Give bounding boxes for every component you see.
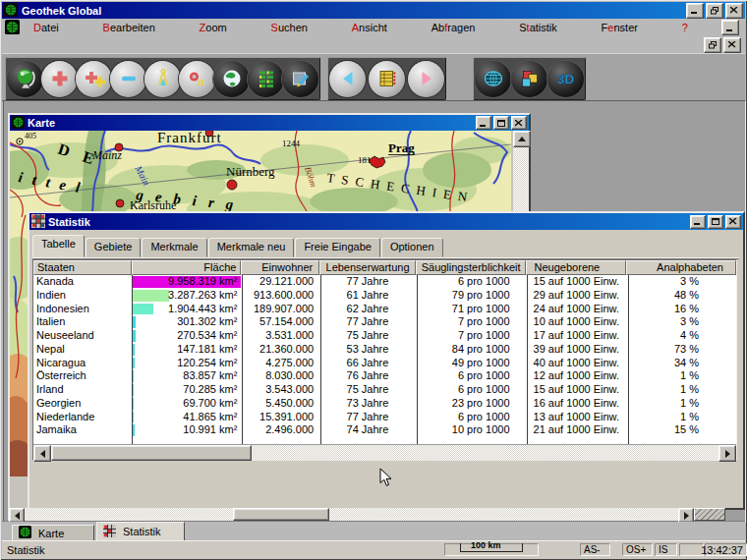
svg-text:3D: 3D bbox=[557, 72, 575, 86]
karte-close-button[interactable] bbox=[511, 116, 527, 130]
taskbar-tab-statistik[interactable]: Statistik bbox=[96, 522, 185, 541]
menu-item[interactable]: ? bbox=[678, 21, 692, 34]
karte-minimize-button[interactable] bbox=[476, 116, 491, 130]
view-3d-icon[interactable]: 3D bbox=[547, 61, 584, 97]
zoom-center-icon[interactable] bbox=[41, 61, 78, 97]
scroll-up-icon[interactable] bbox=[513, 131, 531, 147]
projection-globe-icon[interactable] bbox=[475, 61, 511, 97]
scale-bar-glyph: 100 km bbox=[460, 543, 523, 552]
menu-item[interactable]: Fenster bbox=[598, 21, 642, 34]
cell-neugeborene: 24 auf 1000 Einw. bbox=[526, 303, 627, 316]
column-header-3[interactable]: Lebenserwartung bbox=[319, 260, 416, 275]
zoom-in-icon[interactable] bbox=[76, 61, 112, 97]
column-header-0[interactable]: Staaten bbox=[33, 260, 132, 275]
map-elevation-181: 181 bbox=[358, 155, 372, 165]
statistik-minimize-button[interactable] bbox=[690, 215, 706, 229]
statistik-maximize-button[interactable] bbox=[708, 215, 723, 229]
taskbar-tab-karte-label: Karte bbox=[38, 528, 64, 539]
table-row[interactable]: Indien 3.287.263 km² 913.600.000 61 Jahr… bbox=[33, 289, 736, 303]
karte-maximize-button[interactable] bbox=[493, 116, 509, 130]
column-header-5[interactable]: Neugeborene bbox=[526, 260, 627, 275]
table-row[interactable]: Italien 301.302 km² 57.154.000 77 Jahre … bbox=[33, 315, 736, 329]
cell-lebenserwartung: 62 Jahre bbox=[319, 303, 416, 316]
restore-button[interactable] bbox=[706, 3, 723, 19]
column-header-4[interactable]: Säuglingsterblichkeit bbox=[416, 260, 526, 275]
ws-scroll-left-icon[interactable] bbox=[9, 508, 25, 523]
menu-item[interactable]: Bearbeiten bbox=[99, 21, 159, 34]
table-row[interactable]: Kanada 9.958.319 km² 29.121.000 77 Jahre… bbox=[33, 275, 736, 289]
forward-icon[interactable] bbox=[408, 61, 444, 97]
table-row[interactable]: Niederlande 41.865 km² 15.391.000 77 Jah… bbox=[33, 411, 736, 424]
cell-einwohner: 4.275.000 bbox=[241, 357, 319, 370]
child-minimize-button[interactable] bbox=[721, 20, 739, 35]
table-horizontal-scrollbar[interactable] bbox=[33, 444, 736, 461]
statistik-tab[interactable]: Merkmale bbox=[142, 238, 206, 257]
desk-globe-icon[interactable] bbox=[7, 61, 43, 97]
column-header-2[interactable]: Einwohner bbox=[241, 260, 319, 275]
layers-icon[interactable] bbox=[511, 61, 547, 97]
cell-einwohner: 57.154.000 bbox=[241, 315, 319, 329]
ws-scroll-thumb[interactable] bbox=[233, 508, 329, 521]
child-restore-button[interactable] bbox=[704, 37, 721, 53]
close-button[interactable] bbox=[725, 3, 743, 19]
zoom-out-icon[interactable] bbox=[110, 61, 146, 97]
statistik-titlebar[interactable]: Statistik bbox=[29, 213, 743, 230]
status-bar: Statistik 100 km AS- OS+ IS 13:42:37 bbox=[2, 540, 745, 559]
statistik-close-button[interactable] bbox=[725, 215, 741, 229]
cell-analphabeten: 1 % bbox=[626, 397, 736, 411]
table-row[interactable]: Indonesien 1.904.443 km² 189.907.000 62 … bbox=[33, 303, 736, 316]
table-row[interactable]: Nepal 147.181 km² 21.360.000 53 Jahre 84… bbox=[33, 343, 736, 357]
table-row[interactable]: Österreich 83.857 km² 8.030.000 76 Jahre… bbox=[33, 369, 736, 383]
minimize-button[interactable] bbox=[686, 3, 704, 19]
menu-item[interactable]: Suchen bbox=[267, 21, 312, 34]
menu-item[interactable]: Statistik bbox=[515, 21, 561, 34]
cell-neugeborene: 15 auf 1000 Einw. bbox=[526, 275, 627, 289]
cell-staat: Jamaika bbox=[33, 423, 132, 437]
statistik-tab[interactable]: Freie Eingabe bbox=[295, 238, 380, 257]
taskbar-tab-karte[interactable]: Karte bbox=[12, 525, 94, 541]
karte-tab-globe-icon bbox=[19, 526, 31, 540]
menu-item[interactable]: Abfragen bbox=[428, 21, 480, 34]
edit-map-icon[interactable] bbox=[282, 61, 318, 97]
table-row[interactable]: Irland 70.285 km² 3.543.000 75 Jahre 6 p… bbox=[33, 383, 736, 397]
column-header-6[interactable]: Analphabeten bbox=[626, 260, 736, 275]
child-close-button[interactable] bbox=[723, 37, 741, 53]
map-label-nuernberg: Nürnberg bbox=[226, 164, 275, 179]
column-header-1[interactable]: Fläche bbox=[132, 260, 242, 275]
table-row[interactable]: Jamaika 10.991 km² 2.496.000 74 Jahre 10… bbox=[33, 423, 736, 437]
table-scroll-thumb[interactable] bbox=[51, 445, 252, 461]
resize-grip[interactable] bbox=[694, 508, 725, 521]
world-map-icon[interactable] bbox=[213, 61, 250, 97]
menu-item[interactable]: Datei bbox=[29, 21, 63, 34]
karte-titlebar[interactable]: Karte bbox=[10, 115, 529, 131]
cell-analphabeten: 3 % bbox=[626, 275, 736, 289]
table-row[interactable]: Neuseeland 270.534 km² 3.531.000 75 Jahr… bbox=[33, 329, 736, 343]
table-row[interactable]: Georgien 69.700 km² 5.450.000 73 Jahre 2… bbox=[33, 397, 736, 411]
statistik-tab[interactable]: Gebiete bbox=[86, 238, 142, 257]
map-scale-indicator: 100 km bbox=[444, 543, 539, 556]
menu-item[interactable]: Zoom bbox=[196, 21, 231, 34]
statistik-tab[interactable]: Tabelle bbox=[32, 235, 85, 257]
menu-item[interactable]: Ansicht bbox=[348, 21, 391, 34]
ws-scroll-right-icon[interactable] bbox=[678, 508, 694, 523]
data-table-icon[interactable] bbox=[248, 61, 284, 97]
app-titlebar[interactable]: Geothek Global bbox=[2, 2, 745, 19]
cell-lebenserwartung: 75 Jahre bbox=[319, 329, 416, 343]
statistik-tab[interactable]: Merkmale neu bbox=[208, 238, 295, 257]
area-bar bbox=[133, 290, 169, 302]
back-icon[interactable] bbox=[329, 61, 366, 97]
statistik-tab[interactable]: Optionen bbox=[381, 238, 443, 257]
child-system-globe-icon[interactable] bbox=[5, 20, 20, 36]
measure-compass-icon[interactable] bbox=[144, 61, 181, 97]
cell-analphabeten: 4 % bbox=[626, 329, 736, 343]
labels-icon[interactable]: a bbox=[179, 61, 215, 97]
scroll-right-icon[interactable] bbox=[718, 445, 736, 462]
cell-staat: Neuseeland bbox=[33, 329, 132, 343]
cell-neugeborene: 29 auf 1000 Einw. bbox=[526, 289, 627, 303]
statistics-table-icon[interactable] bbox=[369, 61, 405, 97]
cell-saeuglingssterblichkeit: 84 pro 1000 bbox=[416, 343, 526, 357]
workspace-horizontal-scrollbar[interactable] bbox=[9, 508, 725, 521]
table-row[interactable]: Nicaragua 120.254 km² 4.275.000 66 Jahre… bbox=[33, 357, 736, 370]
cell-flaeche: 147.181 km² bbox=[132, 343, 242, 357]
scroll-left-icon[interactable] bbox=[33, 445, 51, 462]
